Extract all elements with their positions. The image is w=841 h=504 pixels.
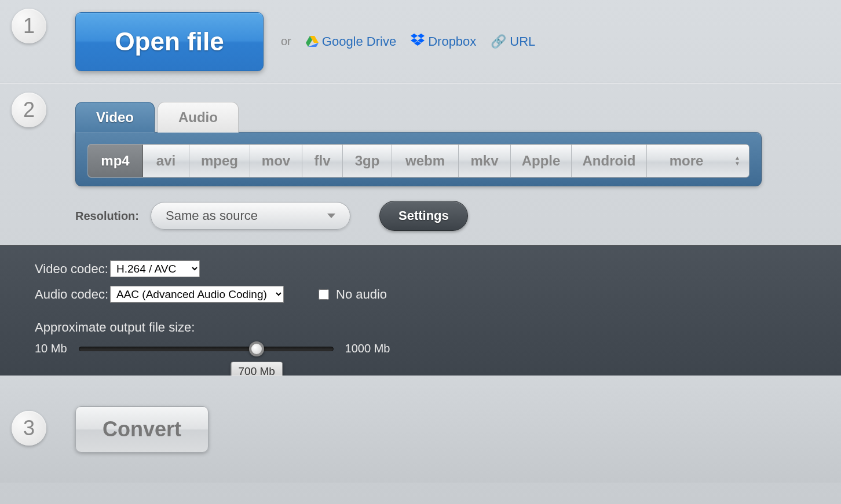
updown-icon: ▲▼ bbox=[734, 155, 740, 167]
google-drive-link[interactable]: Google Drive bbox=[306, 34, 396, 49]
step2-section: 2 Video Audio mp4 avi mpeg mov flv 3gp w… bbox=[0, 83, 841, 245]
format-3gp[interactable]: 3gp bbox=[343, 145, 392, 177]
tab-audio[interactable]: Audio bbox=[158, 102, 239, 133]
size-slider-thumb[interactable] bbox=[249, 341, 264, 356]
step1-section: 1 Open file or Google Drive Dropbox 🔗 UR… bbox=[0, 0, 841, 83]
dropbox-icon bbox=[411, 34, 425, 50]
resolution-row: Resolution: Same as source Settings bbox=[75, 186, 841, 245]
resolution-value: Same as source bbox=[166, 208, 258, 223]
format-mpeg[interactable]: mpeg bbox=[189, 145, 250, 177]
format-mov[interactable]: mov bbox=[250, 145, 302, 177]
format-bar: mp4 avi mpeg mov flv 3gp webm mkv Apple … bbox=[87, 144, 749, 178]
audio-codec-label: Audio codec: bbox=[35, 287, 110, 302]
format-flv[interactable]: flv bbox=[302, 145, 343, 177]
size-slider[interactable]: 700 Mb bbox=[79, 347, 334, 351]
no-audio-checkbox[interactable] bbox=[319, 289, 329, 300]
resolution-select[interactable]: Same as source bbox=[151, 202, 350, 230]
step3-number: 3 bbox=[12, 411, 46, 446]
google-drive-icon bbox=[306, 36, 319, 47]
google-drive-label: Google Drive bbox=[322, 34, 396, 49]
or-text: or bbox=[281, 35, 291, 48]
format-mp4[interactable]: mp4 bbox=[88, 145, 143, 177]
audio-codec-row: Audio codec: AAC (Advanced Audio Coding)… bbox=[35, 286, 806, 303]
size-max: 1000 Mb bbox=[345, 342, 390, 355]
link-icon: 🔗 bbox=[491, 34, 506, 49]
format-webm[interactable]: webm bbox=[392, 145, 459, 177]
media-type-tabs: Video Audio bbox=[75, 84, 841, 132]
dropbox-label: Dropbox bbox=[428, 34, 476, 49]
url-label: URL bbox=[510, 34, 535, 49]
size-slider-row: 10 Mb 700 Mb 1000 Mb bbox=[35, 342, 806, 355]
step1-number: 1 bbox=[12, 9, 46, 43]
format-avi[interactable]: avi bbox=[143, 145, 189, 177]
svg-marker-4 bbox=[418, 34, 425, 38]
size-min: 10 Mb bbox=[35, 342, 67, 355]
step3-section: 3 Convert bbox=[0, 376, 841, 483]
video-codec-label: Video codec: bbox=[35, 262, 110, 277]
dropbox-link[interactable]: Dropbox bbox=[411, 34, 476, 50]
video-codec-row: Video codec: H.264 / AVC bbox=[35, 260, 806, 277]
audio-codec-select[interactable]: AAC (Advanced Audio Coding) bbox=[110, 286, 284, 303]
url-link[interactable]: 🔗 URL bbox=[491, 34, 535, 49]
settings-button[interactable]: Settings bbox=[379, 201, 468, 231]
svg-marker-3 bbox=[411, 34, 418, 38]
format-more-label: more bbox=[670, 153, 704, 168]
no-audio-option[interactable]: No audio bbox=[319, 287, 387, 302]
convert-button[interactable]: Convert bbox=[75, 406, 209, 453]
resolution-label: Resolution: bbox=[75, 209, 139, 223]
output-size-label: Approximate output file size: bbox=[35, 320, 806, 335]
format-apple[interactable]: Apple bbox=[511, 145, 572, 177]
no-audio-label: No audio bbox=[336, 287, 387, 302]
chevron-down-icon bbox=[327, 214, 335, 218]
video-codec-select[interactable]: H.264 / AVC bbox=[110, 260, 200, 277]
format-bar-container: mp4 avi mpeg mov flv 3gp webm mkv Apple … bbox=[75, 132, 762, 186]
format-mkv[interactable]: mkv bbox=[459, 145, 511, 177]
tab-video[interactable]: Video bbox=[75, 102, 155, 133]
format-more[interactable]: more ▲▼ bbox=[647, 145, 749, 177]
format-android[interactable]: Android bbox=[572, 145, 647, 177]
open-file-button[interactable]: Open file bbox=[75, 12, 264, 71]
step2-number: 2 bbox=[12, 93, 46, 127]
settings-panel: Video codec: H.264 / AVC Audio codec: AA… bbox=[0, 245, 841, 376]
